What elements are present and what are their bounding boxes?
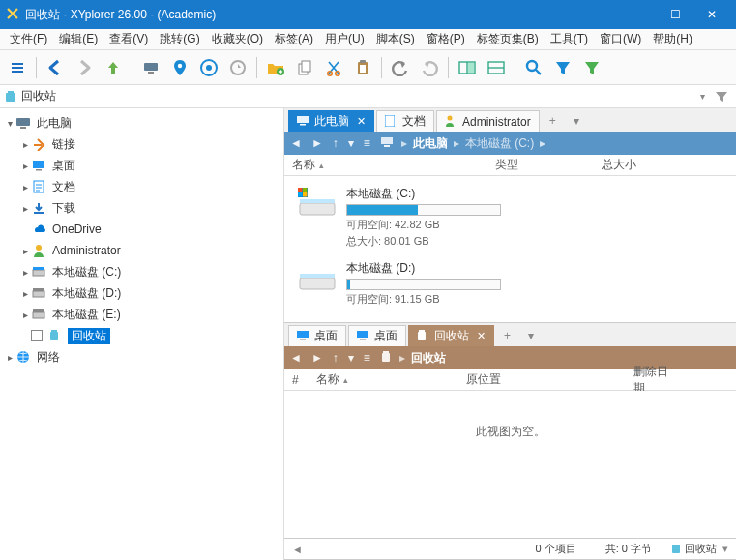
usage-bar [346,279,501,290]
menu-tools[interactable]: 工具(T) [545,31,594,47]
bottom-columns[interactable]: # 名称▴ 原位置 删除日期 [284,369,736,391]
menu-scripting[interactable]: 脚本(S) [370,31,421,47]
tree-network[interactable]: ▸网络 [0,346,283,368]
tree-item[interactable]: ▸桌面 [0,155,283,176]
menu-window[interactable]: 窗口(W) [594,31,647,47]
crumb-down-icon[interactable]: ▾ [346,136,356,150]
crumb-fwd-icon[interactable]: ► [309,351,325,365]
menu-file[interactable]: 文件(F) [4,31,53,47]
crumb-list-icon[interactable]: ≡ [362,136,372,150]
tree-item[interactable]: ▸Administrator [0,240,283,261]
top-columns[interactable]: 名称▴ 类型 总大小 [284,155,736,176]
redo-button[interactable] [416,54,443,81]
status-bar: ◄ 0 个项目 共: 0 字节 回收站 ▾ [284,538,736,559]
menu-go[interactable]: 跳转(G) [154,31,205,47]
svg-rect-44 [300,203,335,215]
computer-button[interactable] [137,54,164,81]
close-button[interactable]: ✕ [693,0,730,29]
svg-rect-8 [302,61,310,72]
target-button[interactable] [195,54,222,81]
tree-item[interactable]: ▸文档 [0,176,283,197]
address-bar[interactable]: 回收站 ▾ [0,85,736,108]
copy-button[interactable] [291,54,318,81]
svg-rect-34 [33,309,44,312]
crumb-fwd-icon[interactable]: ► [309,136,325,150]
tab-menu-button[interactable]: ▾ [520,325,542,346]
menu-user[interactable]: 用户(U) [319,31,370,47]
nav-up-button[interactable] [100,54,127,81]
tab-desktop1[interactable]: 桌面 [288,325,346,346]
svg-rect-47 [298,188,303,192]
crumb-back-icon[interactable]: ◄ [288,351,304,365]
crumb-down-icon[interactable]: ▾ [346,351,356,365]
maximize-button[interactable]: ☐ [657,0,693,29]
tab-close-icon[interactable]: ✕ [477,330,486,342]
tab-new-button[interactable]: + [496,325,518,346]
svg-rect-32 [33,288,44,291]
menu-help[interactable]: 帮助(H) [647,31,698,47]
dual-pane-button[interactable] [454,54,481,81]
tree-item[interactable]: OneDrive [0,219,283,240]
tab-menu-button[interactable]: ▾ [566,110,587,132]
undo-button[interactable] [387,54,414,81]
drive-d[interactable]: 本地磁盘 (D:) 可用空间: 91.15 GB [292,254,728,312]
svg-rect-36 [51,330,57,332]
filter-icon[interactable] [711,90,732,103]
minimize-button[interactable]: — [620,0,657,29]
menu-tabsets[interactable]: 标签页集(B) [471,31,545,47]
filter-green-button[interactable] [578,54,605,81]
menu-favorites[interactable]: 收藏夹(O) [206,31,269,47]
menu-panes[interactable]: 窗格(P) [421,31,471,47]
checkbox[interactable] [31,330,43,341]
tab-computer[interactable]: 此电脑✕ [288,110,374,132]
tab-admin[interactable]: Administrator [436,110,540,132]
pane-toggle-button[interactable] [483,54,510,81]
crumb-up-icon[interactable]: ↑ [331,136,340,150]
tab-documents[interactable]: 文档 [376,110,434,132]
tab-new-button[interactable]: + [542,110,564,132]
svg-rect-13 [360,65,366,73]
cut-button[interactable] [320,54,347,81]
menu-view[interactable]: 查看(V) [103,31,154,47]
tab-close-icon[interactable]: ✕ [357,115,366,128]
top-breadcrumb[interactable]: ◄ ► ↑ ▾ ≡ ▸ 此电脑 ▸ 本地磁盘 (C:) ▸ [284,132,736,155]
tab-recycle[interactable]: 回收站✕ [408,325,494,346]
svg-rect-38 [297,116,309,123]
hamburger-button[interactable] [4,54,31,81]
filter-blue-button[interactable] [549,54,576,81]
svg-rect-48 [303,188,308,192]
tree-item[interactable]: ▸本地磁盘 (D:) [0,282,283,304]
status-bytes: 共: 0 字节 [605,542,652,556]
usage-bar [346,204,501,216]
nav-back-button[interactable] [42,54,69,81]
refresh-button[interactable] [224,54,251,81]
menu-tags[interactable]: 标签(A) [269,31,319,47]
svg-rect-60 [383,351,389,353]
crumb-up-icon[interactable]: ↑ [331,351,340,365]
crumb-list-icon[interactable]: ≡ [362,351,372,365]
tree-root-computer[interactable]: ▾ 此电脑 [0,112,283,133]
address-dropdown-icon[interactable]: ▾ [694,91,711,102]
tree-item[interactable]: ▸下载 [0,197,283,219]
find-button[interactable] [520,54,547,81]
svg-rect-39 [300,124,306,126]
drive-c[interactable]: 本地磁盘 (C:) 可用空间: 42.82 GB 总大小: 80.01 GB [292,180,728,254]
svg-rect-29 [33,270,44,276]
new-folder-button[interactable] [262,54,289,81]
folder-tree[interactable]: ▾ 此电脑 ▸链接 ▸桌面 ▸文档 ▸下载 OneDrive ▸Administ… [0,108,284,560]
tree-item[interactable]: ▸本地磁盘 (E:) [0,304,283,325]
nav-forward-button[interactable] [71,54,98,81]
bottom-filelist[interactable]: 此视图为空。 [284,391,736,538]
crumb-back-icon[interactable]: ◄ [288,136,304,150]
menu-edit[interactable]: 编辑(E) [53,31,103,47]
recycle-bin-icon [4,90,17,103]
tree-item-recycle[interactable]: 回收站 [0,325,283,346]
tree-item[interactable]: ▸链接 [0,133,283,155]
tab-desktop2[interactable]: 桌面 [348,325,406,346]
svg-rect-0 [144,63,158,71]
location-button[interactable] [166,54,193,81]
tree-item[interactable]: ▸本地磁盘 (C:) [0,261,283,282]
paste-button[interactable] [349,54,376,81]
top-filelist[interactable]: 本地磁盘 (C:) 可用空间: 42.82 GB 总大小: 80.01 GB 本… [284,176,736,322]
svg-rect-40 [385,115,395,127]
